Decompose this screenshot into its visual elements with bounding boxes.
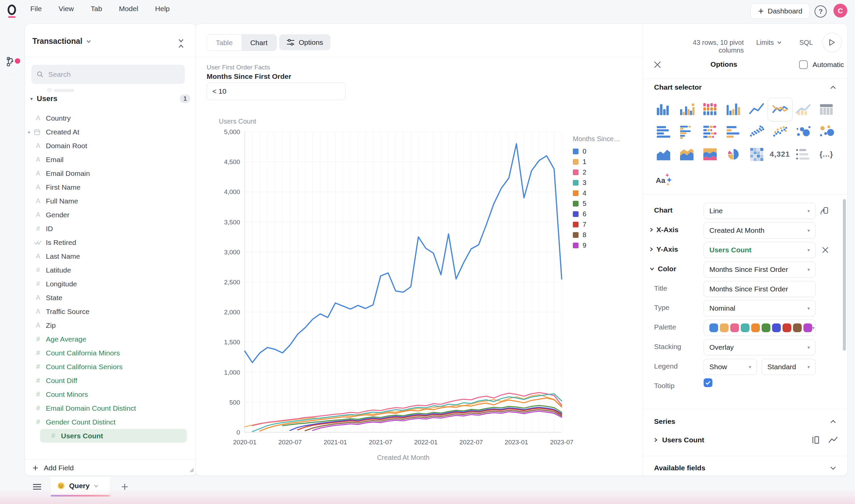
field-item-full-name[interactable]: A Full Name <box>25 194 196 208</box>
legend-item[interactable]: 5 <box>573 198 620 209</box>
user-avatar[interactable]: C <box>834 4 847 18</box>
automatic-checkbox[interactable] <box>799 60 808 69</box>
available-fields-header[interactable]: Available fields <box>654 464 836 472</box>
legend-item[interactable]: 0 <box>573 146 620 157</box>
type-select[interactable]: Nominal ▾ <box>704 300 816 316</box>
field-item-state[interactable]: A State <box>25 291 196 305</box>
resize-handle[interactable] <box>188 466 194 473</box>
field-item-zip[interactable]: A Zip <box>25 318 196 332</box>
line-multi-icon[interactable] <box>768 98 792 121</box>
field-item-traffic-source[interactable]: A Traffic Source <box>25 305 196 318</box>
area-stacked-icon[interactable] <box>700 145 720 164</box>
search-input[interactable] <box>48 70 179 79</box>
chevron-right-icon[interactable] <box>650 228 653 232</box>
field-item-email-domain[interactable]: A Email Domain <box>25 166 196 180</box>
series-row-users-count[interactable]: Users Count <box>654 436 838 444</box>
x-axis-select[interactable]: Created At Month ▾ <box>704 222 816 238</box>
bubble-icon[interactable] <box>792 122 814 141</box>
help-icon[interactable]: ? <box>815 5 827 18</box>
legend-item[interactable]: 6 <box>573 209 620 219</box>
chart-selector-header[interactable]: Chart selector <box>654 83 836 91</box>
field-item-gender-count-distinct[interactable]: # Gender Count Distinct <box>25 415 196 429</box>
field-item-gender[interactable]: A Gender <box>25 208 196 222</box>
field-item-domain-root[interactable]: A Domain Root <box>25 139 196 152</box>
legend-item[interactable]: 7 <box>573 219 620 230</box>
field-item-age-average[interactable]: # Age Average <box>25 332 196 346</box>
add-field-button[interactable]: Add Field <box>32 463 74 473</box>
scatter-multi-icon[interactable] <box>769 122 790 141</box>
close-icon[interactable] <box>653 60 662 69</box>
field-item-count-california-minors[interactable]: # Count California Minors <box>25 346 196 360</box>
heatmap-icon[interactable] <box>746 145 767 164</box>
chevron-down-icon[interactable] <box>94 484 99 487</box>
palette-select[interactable]: ▾ <box>704 320 816 336</box>
field-item-created-at[interactable]: ▸ Created At <box>25 125 196 139</box>
chart-options-button[interactable]: Options <box>279 34 330 50</box>
legend-style-select[interactable]: Standard▾ <box>762 359 816 375</box>
field-item-latitude[interactable]: # Latitude <box>25 263 196 277</box>
legend-item[interactable]: 3 <box>573 178 620 188</box>
field-item-is-retired[interactable]: Is Retired <box>25 235 196 249</box>
tab-chart[interactable]: Chart <box>241 35 276 51</box>
model-selector[interactable]: Transactional <box>32 37 91 46</box>
line-chart-icon[interactable] <box>746 100 767 119</box>
legend-item[interactable]: 2 <box>573 167 620 178</box>
tooltip-checkbox[interactable] <box>704 378 712 387</box>
line-style-icon[interactable] <box>828 436 838 444</box>
field-item-longitude[interactable]: # Longitude <box>25 277 196 291</box>
color-title-input[interactable]: Months Since First Order <box>704 281 816 297</box>
menu-tab[interactable]: Tab <box>90 3 103 15</box>
group-row-users[interactable]: ▾ Users 1 <box>30 92 191 105</box>
automatic-toggle[interactable]: Automatic <box>799 60 844 69</box>
field-item-email-domain-count-distinct[interactable]: # Email Domain Count Distinct <box>25 401 196 415</box>
color-select[interactable]: Months Since First Order ▾ <box>704 262 816 277</box>
column-grouped-icon[interactable] <box>676 100 697 119</box>
field-item-last-name[interactable]: A Last Name <box>25 249 196 263</box>
hbar-stacked-icon[interactable] <box>700 122 720 141</box>
table-view-icon[interactable] <box>816 100 837 119</box>
legend-item[interactable]: 8 <box>573 230 620 240</box>
add-dashboard-button[interactable]: Dashboard <box>750 3 809 19</box>
hbar-grouped-icon[interactable] <box>676 122 697 141</box>
series-section-header[interactable]: Series <box>654 417 836 426</box>
filter-value-input[interactable] <box>207 83 346 100</box>
column-mixed-icon[interactable] <box>723 100 744 119</box>
menu-file[interactable]: File <box>30 3 42 15</box>
list-view-icon[interactable] <box>792 145 814 164</box>
y-axis-select[interactable]: Users Count ▾ <box>704 242 816 258</box>
hbar-mixed-icon[interactable] <box>723 122 744 141</box>
menu-view[interactable]: View <box>58 3 74 15</box>
menu-model[interactable]: Model <box>118 3 139 15</box>
bubble-multi-icon[interactable] <box>816 122 837 141</box>
panel-scrollbar[interactable] <box>843 199 846 351</box>
collapse-sidebar-icon[interactable] <box>177 39 186 48</box>
legend-item[interactable]: 9 <box>573 240 620 251</box>
json-view-icon[interactable]: {...} <box>816 145 837 164</box>
legend-item[interactable]: 4 <box>573 188 620 198</box>
field-item-first-name[interactable]: A First Name <box>25 180 196 194</box>
legend-item[interactable]: 1 <box>573 157 620 167</box>
tab-table[interactable]: Table <box>207 35 241 51</box>
chevron-down-icon[interactable] <box>650 267 655 271</box>
text-style-ai-icon[interactable]: Aa <box>653 170 674 189</box>
stacking-select[interactable]: Overlay ▾ <box>704 339 816 356</box>
column-chart-icon[interactable] <box>653 100 674 119</box>
field-item-email[interactable]: A Email <box>25 152 196 166</box>
menu-help[interactable]: Help <box>154 3 170 15</box>
app-logo-icon[interactable] <box>7 4 20 19</box>
area-chart-icon[interactable] <box>653 145 674 164</box>
pie-chart-icon[interactable] <box>723 145 744 164</box>
big-number-icon[interactable]: 4,321 <box>769 145 790 164</box>
chevron-right-icon[interactable] <box>650 247 653 252</box>
field-item-count-minors[interactable]: # Count Minors <box>25 388 196 401</box>
column-stacked-icon[interactable] <box>700 100 720 119</box>
column-style-icon[interactable] <box>812 436 820 444</box>
scatter-icon[interactable] <box>746 122 767 141</box>
field-item-count-california-seniors[interactable]: # Count California Seniors <box>25 360 196 374</box>
field-item-users-count[interactable]: # Users Count <box>40 429 187 443</box>
combo-chart-icon[interactable] <box>792 100 814 119</box>
chart-select[interactable]: Line ▾ <box>704 203 816 219</box>
topic-graph-icon[interactable] <box>7 57 20 67</box>
remove-y-axis-icon[interactable] <box>822 246 829 254</box>
legend-show-select[interactable]: Show▾ <box>704 359 757 375</box>
